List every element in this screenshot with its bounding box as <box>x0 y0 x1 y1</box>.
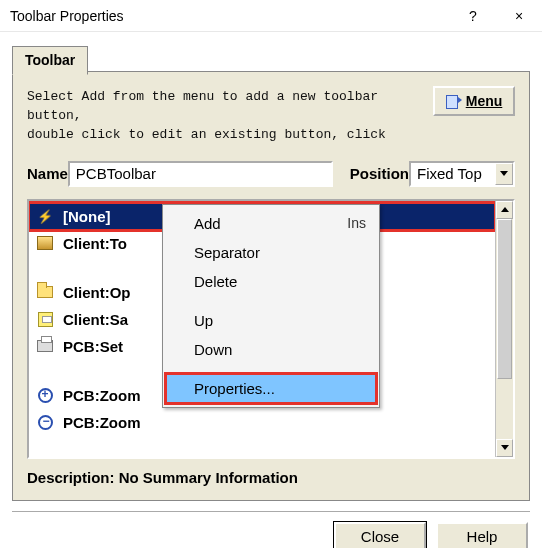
list-item-label: [None] <box>63 208 111 225</box>
description-value: No Summary Information <box>119 469 298 486</box>
scroll-track[interactable] <box>496 219 513 439</box>
description-label: Description: <box>27 469 115 486</box>
menu-item-separator[interactable]: Separator <box>166 238 376 267</box>
menu-item-label: Properties... <box>194 380 275 397</box>
zoom-in-icon <box>35 386 55 404</box>
list-item[interactable]: PCB:Zoom <box>29 409 495 436</box>
scroll-up-button[interactable] <box>496 201 513 219</box>
open-icon <box>35 283 55 301</box>
help-dialog-button[interactable]: Help <box>436 522 528 548</box>
menu-item-label: Down <box>194 341 232 358</box>
menu-item-add[interactable]: Add Ins <box>166 209 376 238</box>
menu-item-label: Add <box>194 215 221 232</box>
menu-item-label: Up <box>194 312 213 329</box>
menu-item-up[interactable]: Up <box>166 306 376 335</box>
position-value: Fixed Top <box>411 163 495 184</box>
tab-toolbar[interactable]: Toolbar <box>12 46 88 75</box>
scroll-down-button[interactable] <box>496 439 513 457</box>
name-input[interactable] <box>68 161 333 187</box>
menu-item-label: Delete <box>194 273 237 290</box>
instruction-text: Select Add from the menu to add a new to… <box>27 88 387 145</box>
help-button[interactable]: ? <box>450 0 496 32</box>
list-item-label: Client:Op <box>63 284 131 301</box>
toolbar-items-list[interactable]: ⚡ [None] Client:To Client:Op Client:Sa <box>27 199 515 459</box>
chevron-down-icon[interactable] <box>495 163 513 185</box>
position-label: Position <box>350 165 409 182</box>
menu-button[interactable]: Menu <box>433 86 515 116</box>
menu-icon <box>446 95 460 107</box>
tool-icon <box>35 234 55 252</box>
zoom-out-icon <box>35 413 55 431</box>
print-icon <box>35 337 55 355</box>
menu-item-label: Separator <box>194 244 260 261</box>
context-menu: Add Ins Separator Delete Up Down <box>162 204 380 408</box>
name-label: Name <box>27 165 68 182</box>
menu-item-properties[interactable]: Properties... <box>166 374 376 403</box>
menu-item-down[interactable]: Down <box>166 335 376 364</box>
position-select[interactable]: Fixed Top <box>409 161 515 187</box>
scrollbar[interactable] <box>495 201 513 457</box>
menu-item-delete[interactable]: Delete <box>166 267 376 296</box>
close-button[interactable]: Close <box>334 522 426 548</box>
save-icon <box>35 310 55 328</box>
list-item-label: Client:Sa <box>63 311 128 328</box>
window-title: Toolbar Properties <box>10 8 450 24</box>
bolt-icon: ⚡ <box>35 207 55 225</box>
list-item-label: PCB:Set <box>63 338 123 355</box>
menu-item-shortcut: Ins <box>347 215 366 231</box>
menu-button-label: Menu <box>466 93 503 109</box>
close-window-button[interactable]: × <box>496 0 542 32</box>
list-item-label: PCB:Zoom <box>63 414 141 431</box>
list-item-label: PCB:Zoom <box>63 387 141 404</box>
list-item-label: Client:To <box>63 235 127 252</box>
scroll-thumb[interactable] <box>497 219 512 379</box>
